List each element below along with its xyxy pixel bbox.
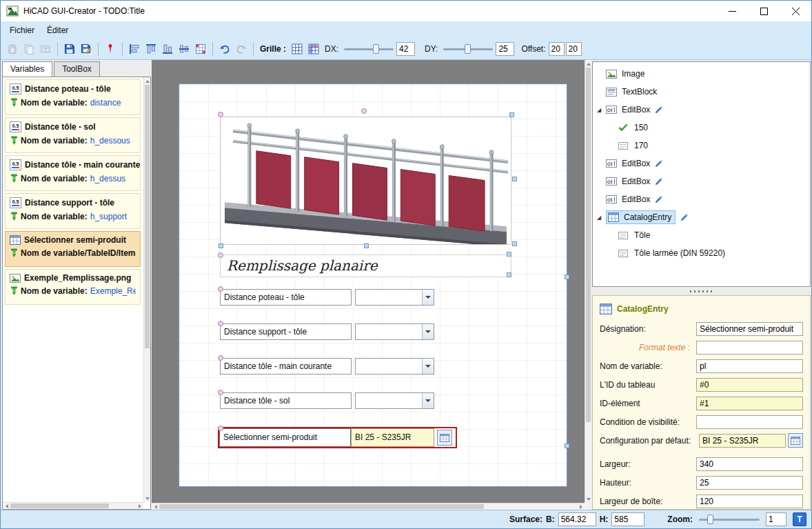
dy-slider[interactable] bbox=[443, 43, 493, 55]
tree-item-editbox-1[interactable]: ◢EditBox bbox=[593, 101, 810, 119]
selection-handle[interactable] bbox=[218, 286, 223, 292]
undo-icon[interactable] bbox=[216, 41, 233, 57]
selection-handle[interactable] bbox=[507, 272, 511, 277]
variable-card-h-dessus[interactable]: 0.5Distance tôle - main courante Nom de … bbox=[5, 155, 141, 191]
pin-icon[interactable] bbox=[102, 41, 119, 57]
design-canvas[interactable]: Remplissage planaire Distance poteau - t… bbox=[152, 60, 591, 510]
row-dropdown[interactable] bbox=[355, 289, 434, 306]
table-id-input[interactable] bbox=[696, 378, 803, 392]
row-label[interactable]: Distance tôle - main courante bbox=[220, 358, 352, 375]
copy-icon[interactable] bbox=[21, 41, 37, 57]
dy-input[interactable] bbox=[496, 42, 514, 56]
id-element-input[interactable] bbox=[696, 397, 803, 410]
pencil-icon[interactable] bbox=[680, 213, 689, 221]
configuration-defaut-input[interactable] bbox=[699, 434, 786, 448]
condition-visibilite-input[interactable] bbox=[696, 415, 803, 429]
variable-card-distance[interactable]: 0.5Distance poteau - tôle Nom de variabl… bbox=[5, 79, 141, 115]
selection-handle[interactable] bbox=[361, 108, 367, 114]
selection-handle[interactable] bbox=[565, 443, 569, 448]
pencil-icon[interactable] bbox=[655, 106, 663, 114]
grid-icon[interactable] bbox=[289, 41, 305, 57]
menu-editer[interactable]: Éditer bbox=[41, 23, 74, 38]
dropdown-arrow-icon[interactable] bbox=[422, 324, 434, 339]
align-left-icon[interactable] bbox=[126, 41, 143, 57]
tree-item-catalogentry[interactable]: ◢CatalogEntry bbox=[593, 208, 810, 226]
selection-handle[interactable] bbox=[218, 252, 223, 258]
dropdown-arrow-icon[interactable] bbox=[422, 290, 434, 305]
nom-variable-input[interactable] bbox=[696, 359, 803, 373]
catalog-browse-button[interactable] bbox=[437, 430, 452, 446]
tree-item-image[interactable]: Image bbox=[593, 65, 810, 83]
dx-slider[interactable] bbox=[344, 43, 394, 55]
variable-card-exemple-png[interactable]: Exemple_Remplissage.png Nom de variable:… bbox=[5, 269, 141, 305]
menu-fichier[interactable]: Fichier bbox=[3, 23, 41, 38]
zoom-input[interactable] bbox=[766, 512, 786, 526]
variables-vertical-scrollbar[interactable] bbox=[143, 77, 150, 502]
selection-handle[interactable] bbox=[218, 390, 223, 395]
duplicate-icon[interactable] bbox=[37, 41, 54, 57]
tree-expander-icon[interactable]: ◢ bbox=[597, 107, 606, 113]
selection-handle[interactable] bbox=[507, 252, 511, 257]
save-as-icon[interactable] bbox=[78, 41, 94, 57]
save-icon[interactable] bbox=[61, 41, 78, 57]
grid-snap-icon[interactable] bbox=[305, 41, 322, 57]
tree-item-value-170[interactable]: 170 bbox=[593, 137, 810, 154]
variable-card-semi-produit[interactable]: Sélectionner semi-produit Nom de variabl… bbox=[5, 231, 141, 267]
pencil-icon[interactable] bbox=[655, 195, 663, 203]
tree-selection[interactable]: CatalogEntry bbox=[606, 210, 676, 224]
dropdown-arrow-icon[interactable] bbox=[422, 393, 434, 408]
selection-handle[interactable] bbox=[218, 112, 223, 117]
tree-item-editbox-3[interactable]: EditBox bbox=[593, 172, 810, 190]
paste-icon[interactable] bbox=[4, 41, 21, 57]
text-mode-button[interactable]: T bbox=[793, 512, 806, 526]
catalog-row-label[interactable]: Sélectionner semi-produit bbox=[219, 428, 351, 447]
surface-b-input[interactable] bbox=[558, 512, 596, 526]
row-dropdown[interactable] bbox=[355, 392, 434, 409]
surface-h-input[interactable] bbox=[611, 512, 644, 526]
tab-variables[interactable]: Variables bbox=[2, 61, 52, 77]
form-title-textblock[interactable]: Remplissage planaire bbox=[220, 254, 511, 277]
dx-input[interactable] bbox=[396, 42, 415, 56]
maximize-button[interactable] bbox=[748, 1, 780, 21]
tree-item-tole-larmee[interactable]: Tôle larmée (DIN 59220) bbox=[593, 244, 810, 262]
form-page[interactable]: Remplissage planaire Distance poteau - t… bbox=[179, 83, 567, 487]
canvas-vertical-scrollbar[interactable] bbox=[585, 60, 591, 503]
selection-handle[interactable] bbox=[218, 321, 223, 326]
hauteur-input[interactable] bbox=[696, 476, 803, 490]
selection-handle[interactable] bbox=[218, 355, 223, 361]
tree-item-textblock[interactable]: TextBlock bbox=[593, 83, 810, 101]
variable-card-h-dessous[interactable]: 0.5Distance tôle - sol Nom de variable: … bbox=[5, 117, 141, 153]
format-texte-input[interactable] bbox=[696, 341, 803, 355]
row-dropdown[interactable] bbox=[355, 358, 434, 375]
row-label[interactable]: Distance poteau - tôle bbox=[220, 289, 352, 306]
align-middle-icon[interactable] bbox=[176, 41, 192, 57]
panel-splitter[interactable] bbox=[592, 288, 811, 295]
catalog-entry-widget-selected[interactable]: Sélectionner semi-produit BI 25 - S235JR bbox=[218, 427, 457, 448]
tree-item-value-150[interactable]: 150 bbox=[593, 119, 810, 137]
selection-handle[interactable] bbox=[218, 426, 223, 431]
tree-item-editbox-4[interactable]: EditBox bbox=[593, 190, 810, 208]
canvas-horizontal-scrollbar[interactable] bbox=[152, 503, 585, 510]
align-bottom-icon[interactable] bbox=[159, 41, 176, 57]
tree-item-editbox-2[interactable]: EditBox bbox=[593, 154, 810, 172]
selection-handle[interactable] bbox=[219, 243, 223, 248]
largeur-boite-input[interactable] bbox=[696, 495, 803, 508]
offset-x-input[interactable] bbox=[549, 42, 565, 56]
largeur-input[interactable] bbox=[696, 457, 803, 471]
selection-handle[interactable] bbox=[509, 112, 514, 117]
variable-card-h-support[interactable]: 0.5Distance support - tôle Nom de variab… bbox=[5, 193, 141, 229]
redo-icon[interactable] bbox=[233, 41, 250, 57]
catalog-row-value[interactable]: BI 25 - S235JR bbox=[351, 428, 434, 447]
minimize-button[interactable] bbox=[716, 1, 748, 21]
railing-image[interactable] bbox=[220, 117, 511, 245]
selection-handle[interactable] bbox=[364, 243, 369, 248]
close-button[interactable] bbox=[780, 1, 811, 21]
row-label[interactable]: Distance support - tôle bbox=[220, 323, 352, 340]
tree-item-tole[interactable]: Tôle bbox=[593, 226, 810, 244]
tree-expander-icon[interactable]: ◢ bbox=[597, 214, 606, 221]
align-grid-icon[interactable] bbox=[192, 41, 209, 57]
pencil-icon[interactable] bbox=[655, 159, 663, 168]
pencil-icon[interactable] bbox=[655, 177, 663, 186]
zoom-slider[interactable] bbox=[699, 513, 760, 526]
offset-y-input[interactable] bbox=[566, 42, 582, 56]
